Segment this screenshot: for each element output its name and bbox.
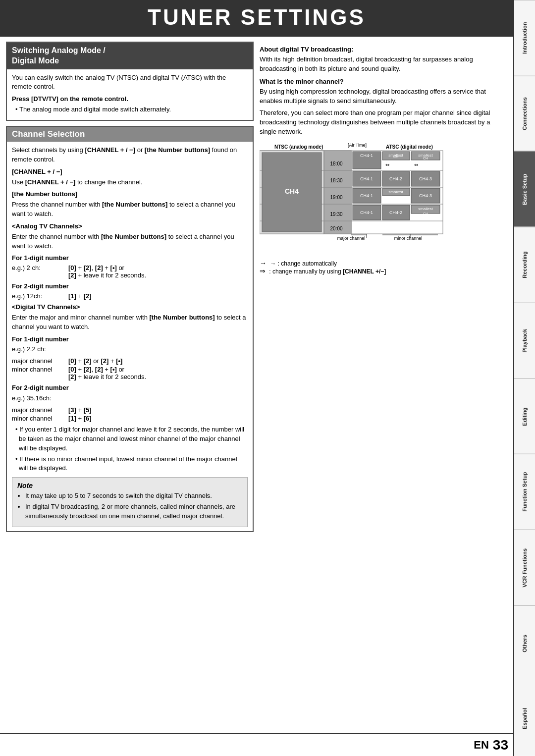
svg-text:⇔: ⇔ [385, 162, 389, 167]
analog-2digit-val: [1] + [2] [68, 292, 248, 300]
channel-header: Channel Selection [7, 127, 253, 142]
digital-major-label: major channel [12, 357, 66, 365]
sidebar-item-playback[interactable]: Playback [514, 303, 535, 378]
channel-body: Select channels by using [CHANNEL + / −]… [7, 142, 253, 531]
legend-manual: ⇒ : change manually by using [CHANNEL +/… [260, 267, 508, 275]
note-item-2: In digital TV broadcasting, 2 or more ch… [25, 502, 242, 520]
channel-section: Channel Selection Select channels by usi… [6, 126, 254, 532]
svg-text:CH4-1: CH4-1 [360, 153, 373, 158]
legend-area: → → : change automatically ⇒ : change ma… [260, 259, 508, 275]
note-list: It may take up to 5 to 7 seconds to swit… [17, 491, 242, 521]
analog-1digit-entry: e.g.) 2 ch: [0] + [2], [2] + [•] or [2] … [12, 264, 248, 279]
svg-text:18:30: 18:30 [330, 178, 342, 183]
svg-text:CH4-1: CH4-1 [360, 193, 373, 198]
analog-1digit-val: [0] + [2], [2] + [•] or [2] + leave it f… [68, 264, 248, 279]
sidebar-item-others[interactable]: Others [514, 605, 535, 681]
switching-p1: You can easily switch the analog TV (NTS… [12, 73, 248, 92]
svg-text:CH: CH [423, 157, 428, 160]
analog-2digit-eg: e.g.) 12ch: [12, 292, 66, 300]
channel-plus-heading: [CHANNEL + / −] [12, 167, 248, 177]
channel-diagram: NTSC (analog mode) [Air Time] ATSC (digi… [260, 142, 508, 275]
sidebar: Introduction Connections Basic Setup Rec… [513, 0, 535, 756]
svg-text:CH4-2: CH4-2 [389, 176, 402, 181]
analog-1digit-heading: For 1-digit number [12, 254, 248, 263]
digital-1digit-heading: For 1-digit number [12, 335, 248, 344]
legend-auto: → → : change automatically [260, 259, 508, 267]
sidebar-item-function-setup[interactable]: Function Setup [514, 454, 535, 530]
svg-text:CH: CH [423, 212, 428, 216]
svg-text:minor channel: minor channel [394, 236, 423, 241]
svg-text:19:00: 19:00 [330, 195, 342, 200]
digital-2digit-minor-entry: minor channel [1] + [6] [12, 415, 248, 422]
analog-1digit-eg: e.g.) 2 ch: [12, 264, 66, 279]
digital-2digit-heading: For 2-digit number [12, 383, 248, 393]
sidebar-item-introduction[interactable]: Introduction [514, 0, 535, 76]
svg-text:⇔: ⇔ [414, 162, 418, 167]
digital-minor-entry: minor channel [0] + [2], [2] + [•] or [2… [12, 366, 248, 380]
channel-intro: Select channels by using [CHANNEL + / −]… [12, 146, 248, 164]
digital-2digit-major-val: [3] + [5] [68, 406, 248, 414]
svg-text:CH4-3: CH4-3 [419, 176, 432, 181]
digital-1digit-eg: e.g.) 2.2 ch: [12, 345, 248, 354]
analog-2digit-entry: e.g.) 12ch: [1] + [2] [12, 292, 248, 300]
page-title: TUNER SETTINGS [0, 5, 513, 30]
bullet2: If there is no minor channel input, lowe… [12, 455, 248, 474]
digital-minor-val: [0] + [2], [2] + [•] or [2] + leave it f… [68, 366, 248, 380]
svg-text:18:00: 18:00 [330, 161, 342, 166]
digital-2digit-eg: e.g.) 35.16ch: [12, 394, 248, 403]
digital-major-val: [0] + [2] or [2] + [•] [68, 357, 248, 365]
analog-2digit-heading: For 2-digit number [12, 282, 248, 291]
digital-broadcast-heading: About digital TV broadcasting: [260, 46, 508, 53]
svg-text:CH4-1: CH4-1 [360, 210, 373, 215]
digital-broadcast-body: With its high definition broadcast, digi… [260, 55, 508, 74]
diagram-svg: NTSC (analog mode) [Air Time] ATSC (digi… [260, 142, 448, 256]
sidebar-item-editing[interactable]: Editing [514, 378, 535, 454]
page-number-bar: EN 33 [0, 733, 513, 756]
svg-text:CH: CH [393, 155, 398, 159]
switching-body: You can easily switch the analog TV (NTS… [7, 69, 253, 120]
note-title: Note [17, 482, 242, 489]
svg-text:NTSC (analog mode): NTSC (analog mode) [274, 144, 323, 150]
digital-2digit-major-entry: major channel [3] + [5] [12, 406, 248, 414]
channel-plus-body: Use [CHANNEL + / −] to change the channe… [12, 178, 248, 187]
note-box: Note It may take up to 5 to 7 seconds to… [12, 477, 248, 527]
minor-channel-body1: By using high compression technology, di… [260, 87, 508, 106]
svg-text:smallest: smallest [388, 190, 403, 194]
digital-body: Enter the major and minor channel number… [12, 313, 248, 332]
minor-channel-heading: What is the minor channel? [260, 78, 508, 85]
remote-bullet: The analog mode and digital mode switch … [12, 105, 248, 114]
analog-body: Enter the channel number with [the Numbe… [12, 232, 248, 251]
remote-heading: Press [DTV/TV] on the remote control. [12, 95, 248, 104]
right-column: About digital TV broadcasting: With its … [260, 42, 508, 728]
svg-text:ATSC (digital mode): ATSC (digital mode) [386, 144, 433, 150]
sidebar-item-vcr-functions[interactable]: VCR Functions [514, 530, 535, 605]
number-buttons-body: Press the channel number with [the Numbe… [12, 200, 248, 219]
switching-header: Switching Analog Mode /Digital Mode [7, 43, 253, 69]
svg-text:CH4: CH4 [285, 187, 299, 195]
svg-text:smallest: smallest [418, 207, 433, 211]
lang-label: EN [474, 739, 489, 752]
svg-text:CH4-3: CH4-3 [419, 193, 432, 198]
digital-2digit-major-label: major channel [12, 406, 66, 414]
sidebar-item-recording[interactable]: Recording [514, 227, 535, 303]
left-column: Switching Analog Mode /Digital Mode You … [6, 42, 254, 728]
page-title-bar: TUNER SETTINGS [0, 0, 513, 37]
channel-title: Channel Selection [12, 129, 248, 139]
sidebar-item-connections[interactable]: Connections [514, 76, 535, 152]
bullet1: If you enter 1 digit for major channel a… [12, 425, 248, 453]
digital-2digit-minor-val: [1] + [6] [68, 415, 248, 422]
sidebar-item-basic-setup[interactable]: Basic Setup [514, 151, 535, 227]
svg-text:20:00: 20:00 [330, 226, 342, 231]
svg-text:CH4-1: CH4-1 [360, 176, 373, 181]
note-item-1: It may take up to 5 to 7 seconds to swit… [25, 491, 242, 500]
digital-major-entry: major channel [0] + [2] or [2] + [•] [12, 357, 248, 365]
digital-2digit-minor-label: minor channel [12, 415, 66, 422]
svg-text:major channel: major channel [337, 236, 366, 241]
svg-text:CH4-2: CH4-2 [389, 210, 402, 215]
switching-title: Switching Analog Mode /Digital Mode [12, 46, 248, 66]
svg-text:19:30: 19:30 [330, 212, 342, 217]
sidebar-item-espanol[interactable]: Español [514, 681, 535, 756]
minor-channel-body2: Therefore, you can select more than one … [260, 108, 508, 137]
analog-heading: <Analog TV Channels> [12, 222, 248, 231]
digital-minor-label: minor channel [12, 366, 66, 380]
